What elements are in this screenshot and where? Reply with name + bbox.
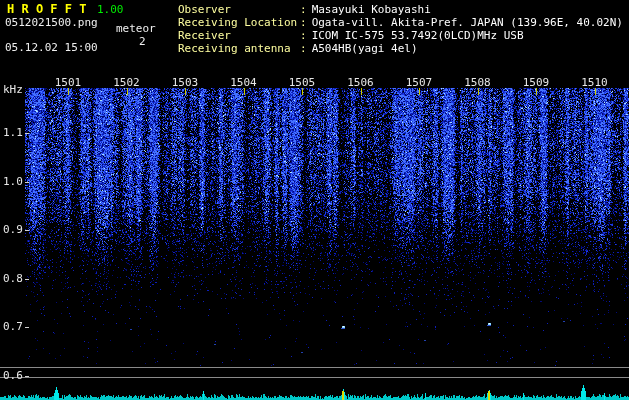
x-tick-label: 1509 [519,77,553,89]
info-value: Ogata-vill. Akita-Pref. JAPAN (139.96E, … [307,16,623,29]
info-label: Receiving Location [178,16,300,29]
info-value: ICOM IC-575 53.7492(0LCD)MHz USB [307,29,524,42]
x-tick-label: 1503 [168,77,202,89]
app-version: 1.00 [97,4,124,15]
x-tick-label: 1505 [285,77,319,89]
x-tick-label: 1508 [461,77,495,89]
y-tick-label: 0.7 [3,321,27,333]
app-title: H R O F F T [7,3,86,15]
hrofft-window: H R O F F T 1.00 0512021500.png meteor 2… [0,0,629,400]
y-tick-label: 0.9 [3,224,27,236]
info-label: Receiving antenna [178,42,300,55]
info-value: A504HB(yagi 4el) [307,42,418,55]
x-tick-label: 1501 [51,77,85,89]
x-tick-label: 1507 [402,77,436,89]
meteor-count-value: 2 [139,36,146,47]
info-value: Masayuki Kobayashi [307,3,431,16]
info-label: Receiver [178,29,300,42]
y-tick-label: 0.6 [3,370,27,382]
x-tick-label: 1502 [110,77,144,89]
info-row: Receiving Location:Ogata-vill. Akita-Pre… [178,16,623,29]
info-label: Observer [178,3,300,16]
spectrogram-canvas [0,0,629,400]
info-row: Receiving antenna:A504HB(yagi 4el) [178,42,623,55]
x-tick-label: 1506 [344,77,378,89]
info-row: Receiver:ICOM IC-575 53.7492(0LCD)MHz US… [178,29,623,42]
info-separator: : [300,16,307,29]
info-separator: : [300,3,307,16]
meteor-count-label: meteor [116,23,156,34]
y-axis-unit-label: kHz [3,84,27,96]
x-tick-label: 1504 [227,77,261,89]
y-tick-label: 1.0 [3,176,27,188]
y-tick-label: 0.8 [3,273,27,285]
timestamp: 05.12.02 15:00 [5,42,98,53]
y-tick-label: 1.1 [3,127,27,139]
x-tick-label: 1510 [578,77,612,89]
info-separator: : [300,29,307,42]
output-filename: 0512021500.png [5,17,98,28]
info-row: Observer:Masayuki Kobayashi [178,3,623,16]
info-separator: : [300,42,307,55]
observer-info-block: Observer:Masayuki KobayashiReceiving Loc… [178,3,623,55]
